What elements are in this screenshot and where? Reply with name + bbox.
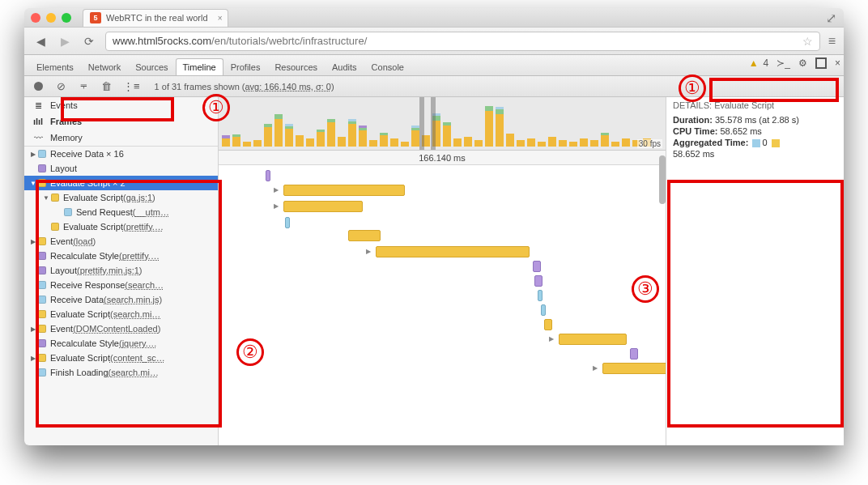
time-ruler: 166.140 ms: [219, 151, 666, 165]
garbage-collect-icon[interactable]: 🗑: [100, 80, 112, 92]
tab-close-icon[interactable]: ×: [218, 14, 223, 23]
reload-icon[interactable]: ⟳: [81, 33, 97, 49]
flame-bar[interactable]: [283, 201, 363, 212]
overview-bar: [506, 134, 514, 147]
scrollbar-thumb[interactable]: [659, 155, 666, 204]
back-icon[interactable]: ◀: [32, 33, 49, 49]
html5-favicon-icon: 5: [90, 12, 101, 23]
mode-events[interactable]: ≣Events: [24, 97, 218, 113]
record-row[interactable]: Finish Loading (search.mi…: [24, 365, 218, 380]
overview-bar: [232, 134, 240, 147]
frames-status: 1 of 31 frames shown (avg: 166.140 ms, σ…: [155, 82, 334, 91]
flame-bar[interactable]: [559, 334, 627, 345]
record-row[interactable]: Evaluate Script (prettify.…: [24, 219, 218, 234]
flame-bar[interactable]: ▶: [274, 202, 279, 210]
close-devtools-icon[interactable]: ×: [835, 57, 840, 69]
flame-bar[interactable]: [630, 348, 638, 359]
bookmark-star-icon[interactable]: ☆: [802, 35, 813, 48]
record-row[interactable]: ▶Receive Data × 16: [24, 147, 218, 161]
center-panel: 30 fps 166.140 ms ▶▶▶▶▶: [219, 97, 666, 445]
flame-bar[interactable]: [266, 170, 270, 181]
overview-strip[interactable]: 30 fps: [219, 97, 666, 151]
devtools-tab-resources[interactable]: Resources: [267, 58, 325, 75]
overview-bar: [253, 140, 262, 147]
flame-bar[interactable]: [533, 261, 541, 272]
record-icon[interactable]: [32, 82, 44, 91]
devtools-tab-timeline[interactable]: Timeline: [176, 58, 223, 75]
browser-tab[interactable]: 5 WebRTC in the real world ×: [83, 9, 228, 27]
record-row[interactable]: ▶Event (DOMContentLoaded): [24, 321, 218, 336]
overview-bar: [548, 137, 556, 147]
overview-handle-right[interactable]: [431, 97, 436, 150]
record-row[interactable]: Layout: [24, 161, 218, 176]
fullscreen-icon[interactable]: ⤢: [826, 11, 837, 22]
details-title: DETAILS: Evaluate Script: [673, 100, 837, 110]
mode-frames[interactable]: ılılFrames: [24, 113, 218, 130]
overview-bar: [380, 133, 388, 147]
fps-label: 30 fps: [637, 139, 662, 148]
chrome-menu-icon[interactable]: ≡: [828, 34, 836, 49]
flame-bar[interactable]: [534, 275, 542, 287]
overview-bar: [485, 106, 493, 147]
flame-chart[interactable]: ▶▶▶▶▶: [219, 165, 666, 445]
overview-bar: [569, 142, 577, 147]
overview-bar: [359, 126, 367, 147]
flame-bar[interactable]: [376, 246, 530, 257]
devtools-tab-sources[interactable]: Sources: [128, 58, 175, 75]
flame-bar[interactable]: ▶: [274, 186, 279, 194]
flame-bar[interactable]: ▶: [549, 335, 554, 342]
devtools-tab-audits[interactable]: Audits: [325, 58, 364, 75]
flame-bar[interactable]: [348, 230, 381, 241]
record-row[interactable]: Send Request (__utm…: [24, 205, 218, 219]
flame-bar[interactable]: [544, 319, 552, 330]
flame-bar[interactable]: ▶: [366, 248, 371, 255]
overview-bar: [443, 122, 451, 147]
dock-side-icon[interactable]: [815, 57, 827, 69]
address-bar[interactable]: www.html5rocks.com/en/tutorials/webrtc/i…: [105, 32, 820, 51]
flame-bar[interactable]: [285, 217, 290, 228]
overview-bar: [222, 135, 230, 147]
record-row[interactable]: Receive Data (search.min.js): [24, 292, 218, 307]
mode-memory[interactable]: 〰Memory: [24, 130, 218, 146]
flame-bar[interactable]: [602, 363, 666, 374]
record-row[interactable]: Recalculate Style (jquery.…: [24, 336, 218, 351]
flame-bar[interactable]: [538, 290, 542, 301]
overview-bar: [401, 142, 409, 147]
record-row[interactable]: Receive Response (search…: [24, 278, 218, 292]
overview-bar: [517, 140, 525, 147]
flame-bar[interactable]: [283, 185, 405, 196]
record-row[interactable]: ▼Evaluate Script (ga.js:1): [24, 190, 218, 205]
overview-bar: [317, 130, 325, 147]
warning-count[interactable]: 4: [764, 57, 769, 69]
devtools-tab-console[interactable]: Console: [364, 58, 411, 75]
overview-handle-left[interactable]: [419, 97, 424, 150]
minimize-window-icon[interactable]: [46, 13, 56, 23]
devtools-tab-network[interactable]: Network: [81, 58, 128, 75]
warning-icon[interactable]: ▲: [749, 57, 759, 69]
overview-bar: [306, 138, 314, 147]
filter-icon[interactable]: ⫧: [78, 80, 89, 92]
overview-bar: [464, 137, 472, 147]
record-row[interactable]: Evaluate Script (search.mi…: [24, 307, 218, 321]
flame-chart-icon[interactable]: ⋮≡: [123, 80, 140, 92]
devtools-tab-profiles[interactable]: Profiles: [223, 58, 268, 75]
forward-icon[interactable]: ▶: [57, 33, 73, 49]
overview-bar: [622, 138, 630, 147]
devtools-tab-elements[interactable]: Elements: [29, 58, 81, 75]
record-row[interactable]: Layout (prettify.min.js:1): [24, 263, 218, 278]
flame-bar[interactable]: ▶: [593, 364, 598, 372]
console-drawer-icon[interactable]: ≻_: [777, 57, 790, 69]
mode-icon: ≣: [32, 100, 44, 111]
record-row[interactable]: ▶Evaluate Script (content_sc…: [24, 351, 218, 365]
record-row[interactable]: Recalculate Style (prettify.…: [24, 249, 218, 263]
records-tree[interactable]: ▶Receive Data × 16Layout▼Evaluate Script…: [24, 147, 218, 445]
close-window-icon[interactable]: [31, 13, 40, 23]
clear-icon[interactable]: ⊘: [55, 80, 66, 92]
overview-bar: [296, 135, 304, 147]
settings-gear-icon[interactable]: ⚙: [798, 57, 807, 69]
overview-bar: [285, 124, 293, 147]
zoom-window-icon[interactable]: [62, 13, 71, 23]
record-row[interactable]: ▶Event (load): [24, 234, 218, 249]
record-row[interactable]: ▼Evaluate Script × 2: [24, 176, 218, 190]
flame-bar[interactable]: [541, 304, 546, 316]
